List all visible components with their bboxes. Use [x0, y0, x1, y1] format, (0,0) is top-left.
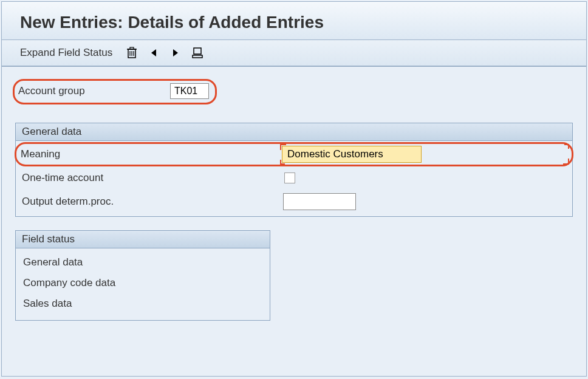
onetime-checkbox[interactable]: [284, 172, 295, 183]
next-icon[interactable]: [168, 46, 183, 60]
page-title: New Entries: Details of Added Entries: [2, 2, 586, 40]
toolbar: Expand Field Status: [2, 40, 586, 67]
general-data-panel: General data Meaning One-time account Ou…: [15, 123, 573, 217]
svg-marker-6: [151, 49, 156, 56]
previous-icon[interactable]: [146, 46, 161, 60]
account-group-label: Account group: [18, 85, 164, 97]
field-status-item[interactable]: Company code data: [16, 273, 270, 293]
svg-marker-7: [173, 49, 178, 56]
field-status-panel: Field status General data Company code d…: [15, 230, 270, 321]
general-data-header: General data: [16, 123, 572, 141]
field-status-item[interactable]: Sales data: [16, 293, 270, 314]
print-icon[interactable]: [190, 46, 205, 60]
field-status-item[interactable]: General data: [16, 252, 270, 273]
account-group-input[interactable]: [170, 83, 209, 99]
expand-field-status-button[interactable]: Expand Field Status: [20, 47, 112, 59]
meaning-row: Meaning: [15, 142, 573, 166]
svg-rect-9: [193, 55, 202, 58]
delete-icon[interactable]: [125, 46, 139, 60]
output-row: Output determ.proc.: [16, 189, 572, 214]
onetime-row: One-time account: [16, 166, 572, 189]
meaning-input[interactable]: [282, 146, 422, 163]
output-input[interactable]: [283, 193, 356, 210]
field-status-header: Field status: [16, 231, 270, 248]
account-group-row: Account group: [13, 79, 217, 104]
meaning-label: Meaning: [21, 148, 282, 160]
svg-rect-8: [194, 48, 201, 54]
onetime-label: One-time account: [22, 172, 283, 184]
output-label: Output determ.proc.: [22, 196, 283, 208]
svg-rect-5: [130, 47, 134, 49]
